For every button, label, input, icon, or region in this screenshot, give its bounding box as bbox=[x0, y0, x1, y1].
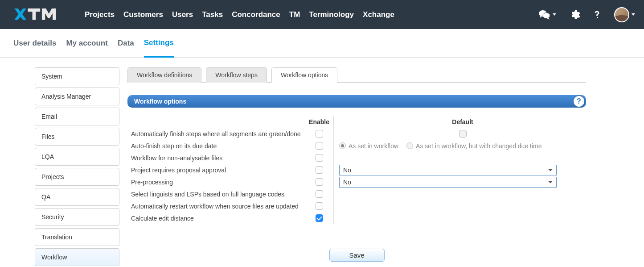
topnav-customers[interactable]: Customers bbox=[123, 10, 163, 19]
settings-button[interactable] bbox=[570, 9, 580, 20]
option-label: Automatically restart workflow when sour… bbox=[130, 203, 306, 210]
save-button[interactable]: Save bbox=[329, 249, 385, 262]
tab-workflow-options[interactable]: Workflow options bbox=[271, 67, 337, 83]
topnav-projects[interactable]: Projects bbox=[85, 10, 115, 19]
option-label: Calculate edit distance bbox=[130, 215, 306, 222]
option-row: Calculate edit distance bbox=[130, 212, 586, 224]
sidebar-item-system[interactable]: System bbox=[35, 67, 119, 85]
svg-point-1 bbox=[543, 13, 550, 18]
topbar-right bbox=[539, 7, 635, 22]
col-header-default: Default bbox=[335, 118, 586, 125]
subnav-data[interactable]: Data bbox=[118, 29, 134, 58]
option-row: Project requires proposal approval No bbox=[130, 164, 586, 176]
options-grid: Enable Default Automatically finish step… bbox=[130, 116, 586, 224]
panel: Workflow options ? Enable Default Automa… bbox=[127, 95, 586, 262]
sidebar-item-analysis-manager[interactable]: Analysis Manager bbox=[35, 88, 119, 105]
avatar bbox=[614, 7, 629, 22]
default-auto-finish-green-checkbox bbox=[459, 130, 467, 138]
panel-header: Workflow options ? bbox=[127, 95, 586, 108]
enable-pre-processing-checkbox[interactable] bbox=[316, 178, 323, 186]
grid-header-row: Enable Default bbox=[130, 116, 586, 128]
topnav-users[interactable]: Users bbox=[172, 10, 193, 19]
proposal-approval-select[interactable]: No bbox=[339, 165, 557, 175]
panel-title: Workflow options bbox=[134, 98, 186, 105]
enable-calculate-edit-distance-checkbox[interactable] bbox=[316, 214, 323, 222]
gear-icon bbox=[570, 9, 580, 20]
enable-auto-restart-workflow-checkbox[interactable] bbox=[316, 202, 323, 210]
enable-proposal-approval-checkbox[interactable] bbox=[316, 166, 323, 174]
radio-icon bbox=[339, 142, 346, 149]
option-label: Select linguists and LSPs based on full … bbox=[130, 191, 306, 198]
content: Workflow definitions Workflow steps Work… bbox=[127, 67, 586, 267]
col-header-enable: Enable bbox=[306, 118, 332, 125]
option-label: Automatically finish steps where all seg… bbox=[130, 130, 306, 138]
option-row: Workflow for non-analysable files bbox=[130, 152, 586, 164]
radio-icon bbox=[406, 142, 413, 149]
option-row: Automatically restart workflow when sour… bbox=[130, 200, 586, 212]
option-row: Automatically finish steps where all seg… bbox=[130, 128, 586, 140]
option-row: Auto-finish step on its due date As set … bbox=[130, 140, 586, 152]
question-icon bbox=[594, 9, 601, 20]
pre-processing-select[interactable]: No bbox=[339, 177, 557, 188]
chat-icon bbox=[539, 10, 550, 20]
chevron-down-icon bbox=[553, 13, 556, 16]
option-label: Workflow for non-analysable files bbox=[130, 154, 306, 162]
topnav: Projects Customers Users Tasks Concordan… bbox=[85, 10, 394, 19]
topbar: Projects Customers Users Tasks Concordan… bbox=[0, 0, 644, 29]
sidebar-item-files[interactable]: Files bbox=[35, 128, 119, 146]
chevron-down-icon bbox=[632, 13, 635, 16]
main: System Analysis Manager Email Files LQA … bbox=[0, 58, 644, 267]
option-row: Select linguists and LSPs based on full … bbox=[130, 188, 586, 200]
tabs: Workflow definitions Workflow steps Work… bbox=[127, 67, 586, 83]
logo[interactable] bbox=[13, 7, 69, 22]
sidebar-item-security[interactable]: Security bbox=[35, 208, 119, 226]
topnav-tasks[interactable]: Tasks bbox=[202, 10, 223, 19]
topnav-xchange[interactable]: Xchange bbox=[363, 10, 394, 19]
option-label: Auto-finish step on its due date bbox=[130, 142, 306, 150]
help-button[interactable] bbox=[594, 9, 601, 20]
subnav-settings[interactable]: Settings bbox=[144, 29, 174, 58]
topnav-terminology[interactable]: Terminology bbox=[309, 10, 354, 19]
sidebar-item-workflow[interactable]: Workflow bbox=[35, 248, 119, 266]
panel-help-button[interactable]: ? bbox=[574, 96, 584, 107]
enable-auto-finish-green-checkbox[interactable] bbox=[316, 130, 323, 138]
enable-auto-finish-due-checkbox[interactable] bbox=[316, 142, 323, 150]
enable-workflow-non-analysable-checkbox[interactable] bbox=[316, 154, 323, 162]
option-label: Pre-processing bbox=[130, 179, 306, 186]
subnav: User details My account Data Settings bbox=[0, 29, 644, 58]
option-row: Pre-processing No bbox=[130, 176, 586, 188]
option-label: Project requires proposal approval bbox=[130, 167, 306, 174]
xtm-logo-icon bbox=[13, 7, 69, 22]
messages-button[interactable] bbox=[539, 10, 556, 20]
sidebar-item-lqa[interactable]: LQA bbox=[35, 148, 119, 166]
topnav-concordance[interactable]: Concordance bbox=[232, 10, 280, 19]
sidebar-item-email[interactable]: Email bbox=[35, 108, 119, 125]
sidebar-item-projects[interactable]: Projects bbox=[35, 168, 119, 186]
enable-full-language-codes-checkbox[interactable] bbox=[316, 190, 323, 198]
topnav-tm[interactable]: TM bbox=[289, 10, 300, 19]
save-row: Save bbox=[127, 249, 586, 262]
subnav-user-details[interactable]: User details bbox=[13, 29, 56, 58]
subnav-my-account[interactable]: My account bbox=[66, 29, 108, 58]
sidebar-item-qa[interactable]: QA bbox=[35, 188, 119, 206]
tab-workflow-steps[interactable]: Workflow steps bbox=[206, 67, 267, 83]
radio-as-set-in-workflow: As set in workflow bbox=[339, 142, 398, 150]
tab-workflow-definitions[interactable]: Workflow definitions bbox=[127, 67, 201, 83]
user-menu[interactable] bbox=[614, 7, 635, 22]
sidebar-item-translation[interactable]: Translation bbox=[35, 228, 119, 246]
sidebar: System Analysis Manager Email Files LQA … bbox=[35, 67, 119, 267]
radio-as-set-changed-due: As set in workflow, but with changed due… bbox=[406, 142, 541, 150]
